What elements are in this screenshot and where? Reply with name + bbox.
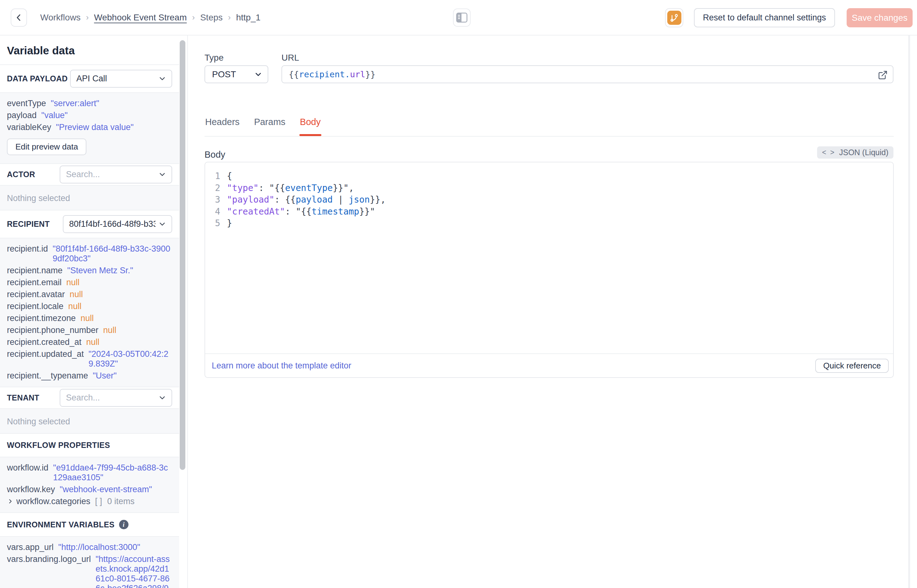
actor-search-select[interactable] <box>60 166 172 183</box>
field-payload: payload"value" <box>7 111 172 120</box>
field-value: null <box>70 289 83 299</box>
breadcrumb-item-webhook-event-stream[interactable]: Webhook Event Stream <box>94 13 187 23</box>
code-line-content: } <box>227 217 232 229</box>
back-button[interactable] <box>11 8 27 27</box>
code-icon: < > <box>822 148 835 157</box>
top-bar: Workflows›Webhook Event Stream›Steps›htt… <box>0 0 917 36</box>
field-recipient.email: recipient.emailnull <box>7 278 172 288</box>
quick-reference-button[interactable]: Quick reference <box>815 359 889 373</box>
field-key: vars.branding.logo_url <box>7 554 91 564</box>
breadcrumb-separator: › <box>192 13 195 22</box>
recipient-fields: recipient.id"80f1f4bf-166d-48f9-b33c-390… <box>0 238 179 387</box>
url-value: {{recipient.url}} <box>289 69 375 79</box>
data-payload-row: DATA PAYLOAD API Call <box>0 65 179 93</box>
line-number: 4 <box>205 206 220 218</box>
chevron-down-icon <box>158 220 166 228</box>
step-editor-main: Type POST URL {{recipient.url}} HeadersP… <box>189 36 917 588</box>
save-changes-button[interactable]: Save changes <box>847 8 912 27</box>
field-value: "Steven Metz Sr." <box>67 266 133 275</box>
workflow-properties-heading: WORKFLOW PROPERTIES <box>0 434 179 457</box>
field-key: workflow.key <box>7 485 55 494</box>
data-payload-selected-value: API Call <box>76 74 155 84</box>
tab-params[interactable]: Params <box>253 115 286 137</box>
tenant-search-select[interactable] <box>60 389 172 407</box>
field-value: "80f1f4bf-166d-48f9-b33c-39009df20bc3" <box>53 244 172 263</box>
field-workflow.key: workflow.key"webhook-event-stream" <box>7 485 172 494</box>
field-key: recipient.locale <box>7 302 63 311</box>
field-extra: 0 items <box>107 497 134 506</box>
field-key: recipient.timezone <box>7 313 76 323</box>
data-payload-select[interactable]: API Call <box>70 70 172 88</box>
url-input[interactable]: {{recipient.url}} <box>281 65 893 83</box>
field-value: [ ] <box>95 497 102 506</box>
recipient-select[interactable]: 80f1f4bf-166d-48f9-b33c <box>63 215 172 233</box>
environment-variables-heading: ENVIRONMENT VARIABLES i <box>0 513 179 537</box>
language-badge: < > JSON (Liquid) <box>817 146 893 158</box>
reset-default-channel-settings-button[interactable]: Reset to default channel settings <box>694 8 835 27</box>
code-editor[interactable]: 1{2"type": "{{eventType}}",3"payload": {… <box>205 162 893 354</box>
code-line-content: "createdAt": "{{timestamp}}" <box>227 206 375 218</box>
external-link-icon[interactable] <box>878 70 888 80</box>
environment-fields: vars.app_url"http://localhost:3000"vars.… <box>0 537 179 588</box>
field-workflow.categories: workflow.categories[ ]0 items <box>7 497 172 506</box>
request-tabs: HeadersParamsBody <box>205 115 321 137</box>
tab-headers[interactable]: Headers <box>205 115 241 137</box>
field-key: recipient.email <box>7 278 61 288</box>
url-label: URL <box>281 53 299 63</box>
field-key: workflow.categories <box>16 497 90 506</box>
field-key: recipient.phone_number <box>7 325 98 335</box>
code-line-content: "type": "{{eventType}}", <box>227 182 354 194</box>
line-number: 5 <box>205 217 220 229</box>
field-value: "webhook-event-stream" <box>60 485 152 494</box>
chevron-down-icon <box>158 170 166 179</box>
field-key: eventType <box>7 99 46 108</box>
breadcrumb-item-workflows[interactable]: Workflows <box>40 13 81 23</box>
field-recipient.timezone: recipient.timezonenull <box>7 313 172 323</box>
field-recipient.avatar: recipient.avatarnull <box>7 289 172 299</box>
tenant-search-input[interactable] <box>66 393 155 403</box>
tenant-empty-state: Nothing selected <box>0 409 179 434</box>
edit-preview-data-button[interactable]: Edit preview data <box>7 139 86 155</box>
code-line-3: 3"payload": {{payload | json}}, <box>205 194 893 206</box>
field-key: recipient.__typename <box>7 371 88 381</box>
field-vars.app_url: vars.app_url"http://localhost:3000" <box>7 543 172 552</box>
field-vars.branding.logo_url: vars.branding.logo_url"https://account-a… <box>7 554 172 588</box>
data-payload-fields: eventType"server:alert"payload"value"var… <box>0 93 179 164</box>
chevron-right-icon[interactable] <box>7 498 14 505</box>
commit-changes-button[interactable] <box>665 8 683 27</box>
field-variableKey: variableKey"Preview data value" <box>7 123 172 132</box>
method-select[interactable]: POST <box>205 65 268 83</box>
field-eventType: eventType"server:alert" <box>7 99 172 108</box>
field-key: recipient.created_at <box>7 338 81 347</box>
tab-body[interactable]: Body <box>299 115 321 137</box>
tabs-divider <box>205 136 894 137</box>
recipient-row: RECIPIENT 80f1f4bf-166d-48f9-b33c <box>0 210 179 238</box>
sidebar-scrollbar-thumb[interactable] <box>180 40 186 470</box>
field-recipient.__typename: recipient.__typename"User" <box>7 371 172 381</box>
template-editor-docs-link[interactable]: Learn more about the template editor <box>212 361 351 371</box>
workflow-fields: workflow.id"e91ddae4-7f99-45cb-a688-3c12… <box>0 457 179 513</box>
sidebar-toggle-button[interactable] <box>453 8 471 27</box>
field-value: null <box>81 313 94 323</box>
info-icon[interactable]: i <box>119 520 129 529</box>
field-value: "server:alert" <box>51 99 99 108</box>
editor-footer: Learn more about the template editor Qui… <box>205 353 893 377</box>
actor-row: ACTOR <box>0 164 179 186</box>
field-recipient.updated_at: recipient.updated_at"2024-03-05T00:42:29… <box>7 349 172 369</box>
field-value: null <box>86 338 99 347</box>
field-key: payload <box>7 111 37 120</box>
breadcrumb-item-steps[interactable]: Steps <box>200 13 223 23</box>
field-value: "User" <box>93 371 116 381</box>
git-branch-icon <box>667 11 681 25</box>
field-value: null <box>66 278 79 288</box>
actor-empty-state: Nothing selected <box>0 186 179 210</box>
actor-label: ACTOR <box>7 170 35 179</box>
field-value: "https://account-assets.knock.app/42d161… <box>95 554 172 588</box>
page-scrollbar-track[interactable] <box>908 36 910 588</box>
chevron-down-icon <box>158 394 166 402</box>
field-recipient.phone_number: recipient.phone_numbernull <box>7 325 172 335</box>
field-key: recipient.id <box>7 244 48 254</box>
actor-search-input[interactable] <box>66 170 155 179</box>
code-line-2: 2"type": "{{eventType}}", <box>205 182 893 194</box>
panel-layout-icon <box>456 13 467 23</box>
